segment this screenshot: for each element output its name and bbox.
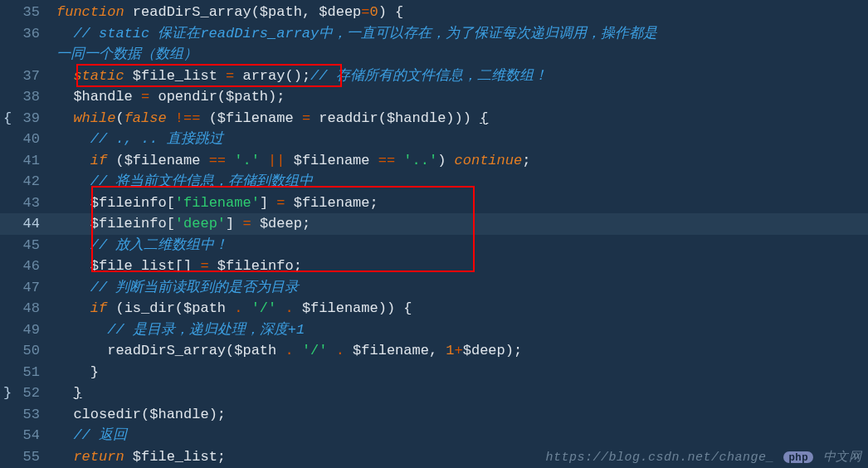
op-token: = [226, 68, 234, 84]
punct-token [124, 68, 133, 84]
num-token: 0 [370, 4, 378, 20]
line-number: 36 [0, 23, 48, 45]
code-line[interactable]: // static 保证在readDirs_array中，一直可以存在，为了保证… [48, 23, 868, 45]
code-area[interactable]: function readDirS_array($path, $deep=0) … [48, 0, 868, 468]
punct-token: ( [115, 110, 124, 126]
code-line[interactable]: // 判断当前读取到的是否为目录 [48, 277, 868, 299]
punct-token [395, 153, 403, 168]
var-token: $path [260, 4, 302, 20]
punct-token [310, 110, 319, 126]
punct-token [56, 258, 90, 274]
punct-token [209, 258, 217, 274]
punct-token: ( [175, 300, 183, 316]
punct-token [124, 449, 133, 465]
func-token: closedir [73, 407, 141, 422]
bool-token: false [124, 110, 167, 126]
line-number: 51 [0, 362, 48, 383]
op-token: . [285, 300, 293, 316]
fold-brace-marker: } [3, 383, 12, 404]
punct-token [124, 4, 133, 20]
punct-token: ] [226, 216, 242, 232]
line-number: 47 [0, 277, 48, 299]
op-token: + [455, 343, 463, 358]
code-line[interactable]: function readDirS_array($path, $deep=0) … [48, 2, 868, 23]
line-number: 37 [0, 66, 48, 87]
code-editor[interactable]: 3536 373839{40414243444546474849505152}5… [0, 0, 868, 468]
punct-token: ))) [446, 110, 480, 126]
punct-token [56, 89, 73, 105]
var-token: $file_list [133, 449, 217, 465]
code-line[interactable]: // 放入二维数组中！ [48, 235, 868, 256]
keyword-token: return [73, 449, 124, 465]
line-number: 46 [0, 256, 48, 277]
line-number: 52} [0, 383, 48, 404]
punct-token [276, 300, 285, 316]
code-line[interactable]: static $file_list = array();// 存储所有的文件信息… [48, 66, 868, 87]
code-line[interactable]: if ($filename == '.' || $filename == '..… [48, 150, 868, 172]
op-token: . [234, 300, 242, 316]
var-token: $deep [319, 4, 361, 20]
line-number: 43 [0, 193, 48, 214]
punct-token [149, 89, 158, 105]
code-line[interactable]: closedir($handle); [48, 404, 868, 426]
punct-token [370, 153, 378, 168]
op-token: = [302, 110, 310, 126]
line-number-gutter: 3536 373839{40414243444546474849505152}5… [0, 0, 48, 468]
punct-token [226, 300, 234, 316]
line-number: 48 [0, 298, 48, 319]
code-line[interactable]: // 将当前文件信息，存储到数组中 [48, 171, 868, 193]
punct-token: ( [107, 153, 124, 168]
code-line[interactable]: } [48, 383, 868, 404]
punct-token [276, 343, 285, 358]
op-token: . [336, 343, 344, 358]
punct-token: )) { [378, 300, 412, 316]
code-line[interactable]: // ., .. 直接跳过 [48, 129, 868, 150]
punct-token [234, 68, 242, 84]
punct-token [56, 153, 90, 168]
var-token: $handle [149, 407, 208, 422]
var-token: $fileinfo [90, 195, 167, 211]
comment-token: // 放入二维数组中！ [90, 237, 229, 253]
punct-token [56, 110, 73, 126]
punct-token [251, 216, 260, 232]
code-line[interactable]: $file_list[] = $fileinfo; [48, 256, 868, 277]
keyword-token: if [90, 153, 107, 168]
punct-token: [ [167, 195, 175, 211]
punct-token: { [480, 110, 488, 126]
punct-token [56, 322, 107, 338]
punct-token: ; [302, 216, 310, 232]
func-token: readDirS_array [133, 4, 251, 20]
code-line[interactable]: 一同一个数据（数组） [48, 44, 868, 66]
line-number: 35 [0, 2, 48, 23]
punct-token: ( [107, 300, 124, 316]
punct-token [217, 68, 226, 84]
code-line[interactable]: $handle = opendir($path); [48, 86, 868, 108]
code-line[interactable]: readDirS_array($path . '/' . $filename, … [48, 340, 868, 362]
punct-token: , [302, 4, 319, 20]
code-line[interactable]: // 是目录，递归处理，深度+1 [48, 319, 868, 341]
keyword-token: if [90, 300, 107, 316]
code-line[interactable]: } [48, 362, 868, 383]
punct-token [285, 153, 293, 168]
var-token: $fileinfo [217, 258, 294, 274]
punct-token [285, 195, 293, 211]
punct-token: ) [437, 153, 454, 168]
code-line[interactable]: $fileinfo['deep'] = $deep; [48, 213, 868, 235]
punct-token: ; [370, 195, 378, 211]
line-number: 38 [0, 86, 48, 108]
code-line[interactable]: $fileinfo['filename'] = $filename; [48, 193, 868, 214]
comment-token: // 将当前文件信息，存储到数组中 [90, 173, 314, 189]
string-token: 'filename' [175, 195, 260, 211]
code-line[interactable]: // 返回 [48, 425, 868, 446]
punct-token [294, 110, 302, 126]
punct-token: [] [175, 258, 201, 274]
var-token: $filename [294, 195, 370, 211]
line-number: 40 [0, 129, 48, 150]
op-token: . [285, 343, 293, 358]
punct-token: } [73, 385, 81, 401]
keyword-token: function [56, 4, 124, 20]
code-line[interactable]: return $file_list; [48, 446, 868, 468]
code-line[interactable]: while(false !== ($filename = readdir($ha… [48, 108, 868, 129]
code-line[interactable]: if (is_dir($path . '/' . $filename)) { [48, 298, 868, 319]
punct-token [56, 407, 73, 422]
